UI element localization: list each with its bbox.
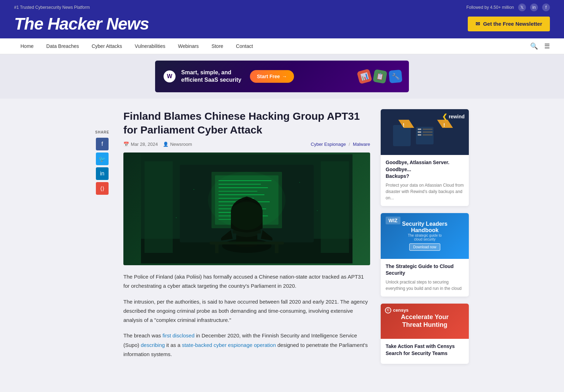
article-author-item: 👤 Newsroom	[163, 142, 192, 147]
ad-logo: W	[164, 70, 176, 82]
rewind-card-image[interactable]: ❮ rewind ! !	[381, 109, 469, 155]
svg-rect-41	[423, 134, 433, 136]
svg-rect-25	[215, 244, 219, 253]
nav-bar: Home Data Breaches Cyber Attacks Vulnera…	[0, 38, 564, 54]
ad-banner: W Smart, simple, andefficient SaaS secur…	[155, 61, 409, 92]
ad-cta-label: Start Free	[257, 74, 280, 79]
ad-float-icon-1: 📊	[357, 69, 372, 84]
rewind-logo-text: rewind	[449, 114, 465, 119]
svg-rect-3	[321, 161, 349, 253]
main-content: SHARE f 🐦 in ⟨⟩ Finland Blames Chinese H…	[88, 109, 476, 371]
censys-card-image[interactable]: © censys Accelerate YourThreat Hunting	[381, 304, 469, 339]
article-image	[123, 153, 370, 265]
nav-links: Home Data Breaches Cyber Attacks Vulnera…	[14, 38, 259, 54]
sidebar-card-wiz: WIZ Security LeadersHandbook The strateg…	[381, 213, 469, 297]
nav-icons: 🔍 ☰	[530, 42, 550, 50]
ad-cta-button[interactable]: Start Free →	[250, 70, 294, 83]
svg-rect-32	[393, 125, 411, 146]
article-date-item: 📅 Mar 28, 2024	[123, 142, 158, 147]
header-main: The Hacker News ✉ Get the Free Newslette…	[14, 14, 550, 33]
svg-text:!: !	[443, 122, 445, 128]
tag-separator: /	[349, 142, 350, 147]
sidebar-card-censys: © censys Accelerate YourThreat Hunting T…	[381, 304, 469, 364]
nav-data-breaches[interactable]: Data Breaches	[40, 38, 85, 54]
rewind-logo: ❮ rewind	[442, 113, 465, 120]
wiz-card-desc: Unlock practical steps to securing every…	[386, 279, 464, 292]
article-paragraph-3: The breach was first disclosed in Decemb…	[123, 331, 370, 359]
share-sidebar: SHARE f 🐦 in ⟨⟩	[95, 109, 109, 371]
share-label: SHARE	[95, 130, 109, 134]
censys-logo-icon: ©	[385, 307, 391, 313]
newsletter-btn-label: Get the Free Newsletter	[483, 21, 542, 27]
censys-logo-text: censys	[393, 307, 409, 313]
svg-rect-40	[423, 131, 433, 133]
search-button[interactable]: 🔍	[530, 42, 538, 50]
tag-cyber-espionage[interactable]: Cyber Espionage	[311, 142, 346, 147]
share-twitter-button[interactable]: 🐦	[96, 153, 109, 165]
share-facebook-button[interactable]: f	[96, 138, 109, 150]
svg-rect-38	[418, 134, 421, 136]
ad-float-icon-3: 🔧	[388, 69, 402, 83]
nav-webinars[interactable]: Webinars	[172, 38, 205, 54]
followed-by-text: Followed by 4.50+ million	[466, 5, 514, 10]
tag-malware[interactable]: Malware	[353, 142, 370, 147]
link-state-backed[interactable]: state-backed cyber espionage operation	[182, 342, 276, 348]
top-bar: #1 Trusted Cybersecurity News Platform F…	[14, 4, 550, 11]
article-author: Newsroom	[170, 142, 192, 147]
person-icon: 👤	[163, 142, 168, 147]
censys-card-title[interactable]: Take Action Fast with Censys Search for …	[386, 343, 464, 357]
link-first-disclosed[interactable]: first disclosed	[163, 332, 195, 338]
svg-rect-37	[418, 131, 421, 133]
twitter-icon[interactable]: 𝕏	[518, 4, 526, 11]
rewind-card-title[interactable]: Goodbye, Atlassian Server. Goodbye...Bac…	[386, 159, 464, 180]
top-header: #1 Trusted Cybersecurity News Platform F…	[0, 0, 564, 38]
svg-point-30	[176, 217, 177, 218]
rewind-chevron-icon: ❮	[442, 113, 447, 120]
link-describing[interactable]: describing	[141, 342, 165, 348]
censys-logo: © censys	[385, 307, 409, 313]
svg-rect-36	[418, 129, 421, 130]
censys-headline: Accelerate YourThreat Hunting	[397, 313, 452, 329]
calendar-icon: 📅	[123, 142, 129, 147]
facebook-icon[interactable]: f	[542, 4, 550, 11]
ad-float-icon-2: 📋	[373, 69, 387, 84]
svg-point-28	[194, 189, 194, 190]
wiz-card-image[interactable]: WIZ Security LeadersHandbook The strateg…	[381, 213, 469, 259]
share-other-button[interactable]: ⟨⟩	[96, 182, 109, 195]
rewind-card-body: Goodbye, Atlassian Server. Goodbye...Bac…	[381, 155, 469, 206]
article-date: Mar 28, 2024	[131, 142, 158, 147]
wiz-card-title[interactable]: The Strategic Guide to Cloud Security	[386, 263, 464, 277]
article-paragraph-1: The Police of Finland (aka Poliisi) has …	[123, 272, 370, 291]
sidebar: ❮ rewind ! !	[381, 109, 469, 371]
article-meta-left: 📅 Mar 28, 2024 👤 Newsroom	[123, 142, 192, 147]
ad-icons-right: 📊 📋 🔧	[358, 70, 402, 83]
wiz-logo: WIZ	[386, 217, 400, 224]
svg-rect-27	[229, 242, 264, 243]
nav-contact[interactable]: Contact	[229, 38, 259, 54]
svg-rect-26	[275, 244, 278, 253]
wiz-book-subtitle: The strategic guide tocloud security	[402, 234, 448, 241]
article-tags: Cyber Espionage / Malware	[311, 142, 370, 147]
email-icon: ✉	[476, 21, 480, 27]
top-bar-right: Followed by 4.50+ million 𝕏 in f	[466, 4, 550, 11]
linkedin-icon[interactable]: in	[530, 4, 538, 11]
wiz-card-body: The Strategic Guide to Cloud Security Un…	[381, 259, 469, 297]
newsletter-button[interactable]: ✉ Get the Free Newsletter	[468, 17, 550, 31]
nav-cyber-attacks[interactable]: Cyber Attacks	[85, 38, 128, 54]
article-area: Finland Blames Chinese Hacking Group APT…	[123, 109, 370, 371]
rewind-card-desc: Protect your data on Atlassian Cloud fro…	[386, 182, 464, 201]
wiz-download-button[interactable]: Download now	[409, 243, 440, 251]
nav-store[interactable]: Store	[205, 38, 229, 54]
ad-text: Smart, simple, andefficient SaaS securit…	[181, 69, 241, 84]
article-title: Finland Blames Chinese Hacking Group APT…	[123, 109, 370, 137]
nav-vulnerabilities[interactable]: Vulnerabilities	[128, 38, 172, 54]
site-title[interactable]: The Hacker News	[14, 14, 149, 33]
svg-marker-42	[437, 120, 453, 128]
svg-point-31	[317, 210, 318, 211]
share-linkedin-button[interactable]: in	[96, 167, 109, 180]
tagline: #1 Trusted Cybersecurity News Platform	[14, 5, 90, 10]
svg-point-23	[229, 202, 264, 230]
menu-button[interactable]: ☰	[544, 42, 550, 50]
svg-rect-39	[423, 129, 433, 130]
nav-home[interactable]: Home	[14, 38, 40, 54]
